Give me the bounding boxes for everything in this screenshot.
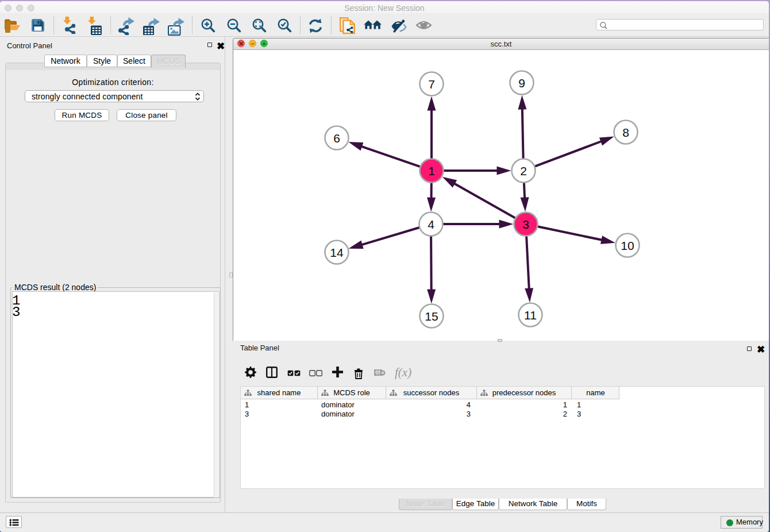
- svg-text:1: 1: [428, 164, 435, 178]
- svg-text:2: 2: [520, 164, 527, 178]
- svg-text:10: 10: [621, 239, 634, 252]
- svg-text:14: 14: [330, 246, 344, 259]
- svg-text:7: 7: [428, 78, 435, 91]
- svg-text:3: 3: [522, 218, 529, 231]
- svg-text:4: 4: [428, 218, 434, 231]
- svg-text:11: 11: [524, 309, 537, 322]
- svg-text:15: 15: [425, 310, 438, 323]
- svg-text:8: 8: [622, 126, 629, 139]
- svg-text:6: 6: [333, 132, 340, 145]
- svg-text:f(x): f(x): [395, 367, 411, 379]
- svg-text:9: 9: [518, 76, 525, 90]
